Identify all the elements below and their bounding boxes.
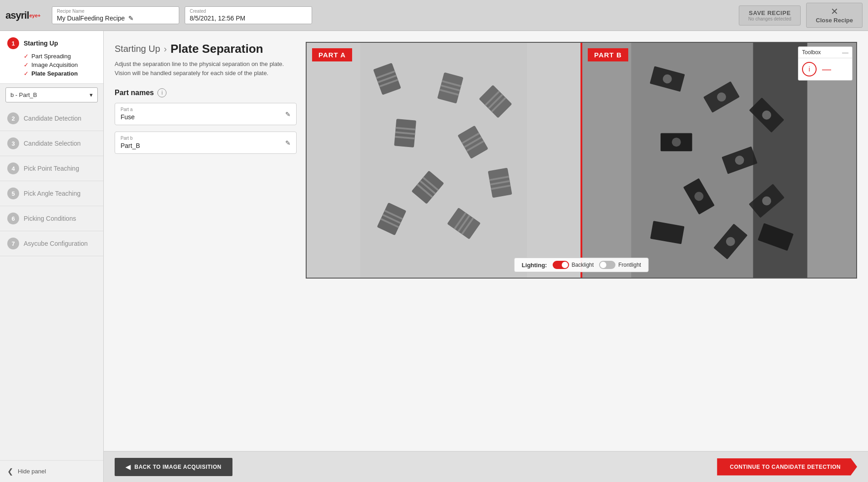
toolbox-title: Toolbox bbox=[802, 49, 821, 56]
sub-step-label-3: Plate Separation bbox=[31, 70, 78, 77]
dropdown-value: b - Part_B bbox=[10, 91, 37, 98]
continue-button[interactable]: CONTINUE TO CANDIDATE DETECTION bbox=[717, 458, 857, 476]
save-recipe-button[interactable]: SAVE RECIPE No changes detected bbox=[739, 5, 801, 25]
sidebar-step-4[interactable]: 4 Pick Point Teaching bbox=[0, 156, 103, 181]
breadcrumb: Starting Up › Plate Separation bbox=[115, 42, 297, 56]
toolbox-header: Toolbox — bbox=[798, 47, 852, 58]
close-recipe-label: Close Recipe bbox=[816, 17, 853, 24]
part-a-value: Fuse bbox=[121, 113, 135, 121]
created-field: Created 8/5/2021, 12:56 PM bbox=[185, 6, 312, 24]
sidebar-step-1[interactable]: 1 Starting Up ✓ Part Spreading ✓ Image A… bbox=[0, 31, 103, 84]
recipe-name-label: Recipe Name bbox=[57, 9, 174, 14]
main-body: 1 Starting Up ✓ Part Spreading ✓ Image A… bbox=[0, 31, 868, 482]
camera-view: PART A bbox=[306, 42, 857, 279]
sidebar-step-7[interactable]: 7 Asycube Configuration bbox=[0, 231, 103, 256]
sub-step-label-1: Part Spreading bbox=[31, 53, 71, 60]
backlight-toggle-knob bbox=[561, 262, 568, 268]
part-b-field: Part b Part_B ✎ bbox=[115, 132, 297, 154]
recipe-name-field: Recipe Name My DualFeeding Recipe ✎ bbox=[52, 6, 179, 24]
image-area: PART A bbox=[306, 42, 857, 451]
close-recipe-button[interactable]: ✕ Close Recipe bbox=[806, 3, 863, 28]
back-button[interactable]: ◀ BACK TO IMAGE ACQUISITION bbox=[115, 458, 232, 476]
chevron-down-icon: ▾ bbox=[90, 91, 93, 98]
sub-step-part-spreading[interactable]: ✓ Part Spreading bbox=[24, 53, 96, 60]
step-label-4: Pick Point Teaching bbox=[24, 165, 79, 172]
step-label-3: Candidate Selection bbox=[24, 140, 81, 147]
part-b-view: PART B bbox=[582, 43, 856, 278]
part-b-edit-icon[interactable]: ✎ bbox=[285, 139, 291, 147]
info-icon[interactable]: i bbox=[157, 88, 167, 97]
step-label-5: Pick Angle Teaching bbox=[24, 190, 81, 197]
part-a-label: Part a bbox=[121, 107, 135, 112]
sub-step-label-2: Image Acquisition bbox=[31, 61, 78, 68]
step-number-3: 3 bbox=[7, 137, 19, 149]
part-b-label: Part b bbox=[121, 136, 140, 141]
created-value: 8/5/2021, 12:56 PM bbox=[190, 15, 307, 22]
header: asyril eye+ Recipe Name My DualFeeding R… bbox=[0, 0, 868, 31]
sidebar-step-3[interactable]: 3 Candidate Selection bbox=[0, 131, 103, 156]
step-number-1: 1 bbox=[7, 37, 19, 49]
content-inner: Starting Up › Plate Separation Adjust th… bbox=[104, 31, 868, 451]
save-recipe-sub: No changes detected bbox=[748, 16, 792, 21]
backlight-label: Backlight bbox=[571, 262, 594, 268]
step-number-4: 4 bbox=[7, 162, 19, 174]
content-left: Starting Up › Plate Separation Adjust th… bbox=[115, 42, 297, 451]
recipe-name-value: My DualFeeding Recipe bbox=[57, 15, 125, 22]
hide-panel-button[interactable]: ❮ Hide panel bbox=[0, 460, 103, 482]
frontlight-toggle-group: Frontlight bbox=[599, 261, 641, 269]
hide-panel-icon: ❮ bbox=[7, 467, 13, 476]
frontlight-toggle[interactable] bbox=[599, 261, 616, 269]
step-label-6: Picking Conditions bbox=[24, 215, 76, 222]
step-label-2: Candidate Detection bbox=[24, 115, 81, 122]
backlight-toggle-group: Backlight bbox=[552, 261, 594, 269]
toolbox: Toolbox — i — bbox=[798, 46, 853, 81]
sidebar-step-5[interactable]: 5 Pick Angle Teaching bbox=[0, 181, 103, 206]
breadcrumb-separator: › bbox=[164, 44, 167, 54]
svg-point-46 bbox=[672, 137, 681, 147]
sub-step-image-acquisition[interactable]: ✓ Image Acquisition bbox=[24, 61, 96, 68]
recipe-name-edit-icon[interactable]: ✎ bbox=[128, 15, 134, 22]
step-number-7: 7 bbox=[7, 238, 19, 249]
part-selector-dropdown[interactable]: b - Part_B ▾ bbox=[5, 87, 98, 102]
save-recipe-label: SAVE RECIPE bbox=[748, 10, 792, 16]
page-description: Adjust the separation line to the physic… bbox=[115, 60, 297, 77]
breadcrumb-current: Plate Separation bbox=[171, 42, 263, 56]
part-a-label-badge: PART A bbox=[312, 48, 352, 61]
sidebar-step-6[interactable]: 6 Picking Conditions bbox=[0, 206, 103, 231]
step-number-2: 2 bbox=[7, 112, 19, 124]
check-icon-1: ✓ bbox=[24, 53, 29, 60]
toolbox-info-button[interactable]: i bbox=[802, 62, 817, 76]
sub-steps: ✓ Part Spreading ✓ Image Acquisition ✓ P… bbox=[24, 53, 96, 77]
sub-step-plate-separation[interactable]: ✓ Plate Separation bbox=[24, 70, 96, 77]
sidebar-step-2[interactable]: 2 Candidate Detection bbox=[0, 106, 103, 131]
part-a-edit-icon[interactable]: ✎ bbox=[285, 111, 291, 118]
step-label-1: Starting Up bbox=[24, 40, 58, 47]
continue-button-label: CONTINUE TO CANDIDATE DETECTION bbox=[730, 464, 841, 470]
part-a-view: PART A bbox=[307, 43, 580, 278]
lighting-controls: Lighting: Backlight Frontlight bbox=[514, 258, 649, 272]
content-footer: ◀ BACK TO IMAGE ACQUISITION CONTINUE TO … bbox=[104, 451, 868, 482]
created-label: Created bbox=[190, 9, 307, 14]
frontlight-label: Frontlight bbox=[618, 262, 641, 268]
breadcrumb-parent: Starting Up bbox=[115, 44, 160, 54]
logo-text: asyril bbox=[5, 10, 29, 21]
back-arrow-icon: ◀ bbox=[126, 463, 131, 471]
frontlight-toggle-knob bbox=[600, 262, 606, 268]
check-icon-2: ✓ bbox=[24, 61, 29, 68]
logo-suffix: eye+ bbox=[30, 13, 41, 18]
lighting-label: Lighting: bbox=[522, 262, 547, 269]
logo: asyril eye+ bbox=[5, 5, 46, 26]
check-icon-3: ✓ bbox=[24, 70, 29, 77]
toolbox-content: i — bbox=[798, 58, 852, 80]
content-area: Starting Up › Plate Separation Adjust th… bbox=[104, 31, 868, 482]
back-button-label: BACK TO IMAGE ACQUISITION bbox=[135, 464, 222, 470]
step-label-7: Asycube Configuration bbox=[24, 240, 88, 247]
toolbox-action-button[interactable]: — bbox=[822, 64, 831, 75]
close-x-icon: ✕ bbox=[831, 7, 838, 16]
step-number-6: 6 bbox=[7, 213, 19, 224]
backlight-toggle[interactable] bbox=[552, 261, 569, 269]
part-names-title: Part names bbox=[115, 89, 154, 97]
sidebar: 1 Starting Up ✓ Part Spreading ✓ Image A… bbox=[0, 31, 104, 482]
part-a-field: Part a Fuse ✎ bbox=[115, 103, 297, 125]
toolbox-minimize-button[interactable]: — bbox=[842, 49, 848, 56]
